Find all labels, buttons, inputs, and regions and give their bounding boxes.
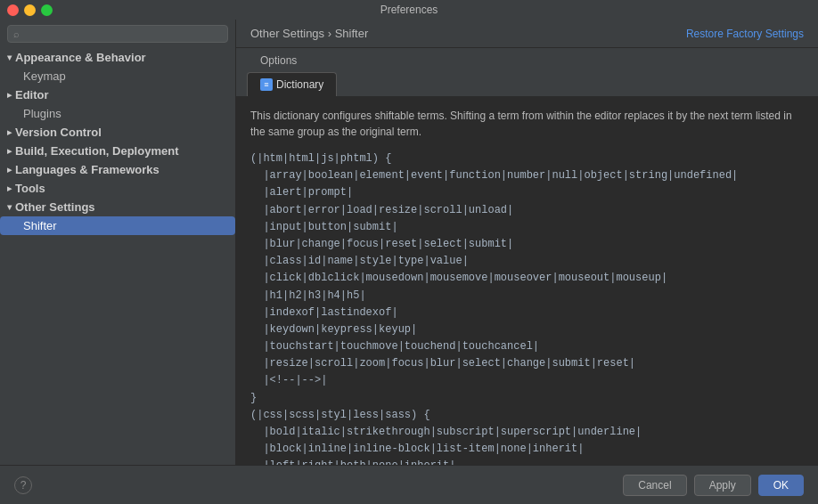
main-container: ⌕ ▾Appearance & BehaviorKeymap▸EditorPlu…	[0, 20, 818, 465]
sidebar-item-keymap[interactable]: Keymap	[0, 67, 235, 85]
sidebar-item-label: Plugins	[23, 107, 61, 120]
ok-button[interactable]: OK	[758, 475, 804, 496]
chevron-down-icon: ▾	[7, 53, 12, 62]
tabs-bar: Options≡Dictionary	[236, 48, 818, 97]
tab-label: Dictionary	[276, 78, 323, 91]
breadcrumb: Other Settings › Shifter	[250, 27, 368, 40]
sidebar-item-appearance-behavior[interactable]: ▾Appearance & Behavior	[0, 48, 235, 67]
action-buttons: Cancel Apply OK	[623, 475, 804, 496]
help-button[interactable]: ?	[14, 476, 32, 494]
search-box[interactable]: ⌕	[7, 25, 228, 43]
sidebar: ⌕ ▾Appearance & BehaviorKeymap▸EditorPlu…	[0, 20, 236, 465]
sidebar-item-label: Other Settings	[15, 200, 95, 214]
dictionary-tab-icon: ≡	[260, 78, 273, 91]
sidebar-item-build-execution[interactable]: ▸Build, Execution, Deployment	[0, 142, 235, 160]
close-button[interactable]	[7, 4, 19, 16]
description-text: This dictionary configures shiftable ter…	[250, 108, 804, 140]
tab-dictionary[interactable]: ≡Dictionary	[247, 72, 337, 96]
sidebar-item-other-settings[interactable]: ▾Other Settings	[0, 198, 235, 216]
sidebar-item-editor[interactable]: ▸Editor	[0, 85, 235, 104]
content-area: Other Settings › Shifter Restore Factory…	[236, 20, 818, 465]
sidebar-item-label: Version Control	[15, 126, 102, 139]
sidebar-item-version-control[interactable]: ▸Version Control	[0, 123, 235, 142]
apply-button[interactable]: Apply	[694, 475, 751, 496]
code-content[interactable]: (|htm|html|js|phtml) { |array|boolean|el…	[250, 150, 804, 465]
minimize-button[interactable]	[24, 4, 36, 16]
sidebar-item-languages-frameworks[interactable]: ▸Languages & Frameworks	[0, 160, 235, 179]
maximize-button[interactable]	[41, 4, 53, 16]
cancel-button[interactable]: Cancel	[623, 475, 686, 496]
search-icon: ⌕	[13, 28, 20, 39]
chevron-right-icon: ▸	[7, 90, 12, 100]
sidebar-item-label: Languages & Frameworks	[15, 163, 160, 176]
content-header: Other Settings › Shifter Restore Factory…	[236, 20, 818, 48]
nav-list: ▾Appearance & BehaviorKeymap▸EditorPlugi…	[0, 48, 235, 235]
sidebar-item-label: Appearance & Behavior	[15, 51, 146, 64]
sidebar-item-label: Editor	[15, 88, 49, 102]
chevron-right-icon: ▸	[7, 183, 12, 193]
chevron-right-icon: ▸	[7, 165, 12, 175]
sidebar-item-label: Keymap	[23, 69, 66, 83]
content-body: This dictionary configures shiftable ter…	[236, 97, 818, 465]
search-input[interactable]	[23, 28, 222, 40]
sidebar-item-shifter[interactable]: Shifter	[0, 216, 235, 235]
chevron-right-icon: ▸	[7, 146, 12, 156]
window-controls[interactable]	[7, 4, 53, 16]
sidebar-item-plugins[interactable]: Plugins	[0, 104, 235, 123]
tab-options[interactable]: Options	[247, 48, 337, 72]
title-bar: Preferences	[0, 0, 818, 20]
sidebar-item-label: Build, Execution, Deployment	[15, 144, 178, 158]
tab-label: Options	[260, 54, 297, 67]
sidebar-item-tools[interactable]: ▸Tools	[0, 179, 235, 198]
restore-factory-settings-link[interactable]: Restore Factory Settings	[686, 28, 804, 40]
chevron-down-icon: ▾	[7, 202, 12, 212]
sidebar-item-label: Tools	[15, 182, 45, 195]
bottom-bar: ? Cancel Apply OK	[0, 465, 818, 504]
chevron-right-icon: ▸	[7, 127, 12, 137]
tabs-list: Options≡Dictionary	[247, 48, 339, 96]
sidebar-item-label: Shifter	[23, 219, 57, 232]
window-title: Preferences	[380, 4, 438, 16]
